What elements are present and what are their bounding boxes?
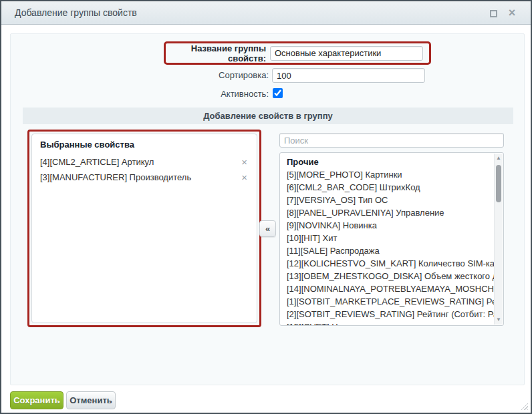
name-label: Название группы свойств: xyxy=(166,43,266,63)
maximize-icon[interactable] xyxy=(490,10,497,17)
available-property-row[interactable]: [7][VERSIYA_OS] Тип ОС xyxy=(287,194,494,206)
remove-property-icon[interactable]: × xyxy=(240,170,249,185)
available-property-row[interactable]: [1][SOTBIT_MARKETPLACE_REVIEWS_RATING] Р… xyxy=(287,295,494,308)
selected-property-row[interactable]: [3][MANUFACTURER] Производитель× xyxy=(40,170,249,185)
available-group-header: Прочие xyxy=(287,156,494,168)
selected-property-row[interactable]: [4][CML2_ARTICLE] Артикул× xyxy=(40,154,249,170)
available-property-row[interactable]: [2][SOTBIT_REVIEWS_RATING] Рейтинг (Сотб… xyxy=(287,308,494,321)
cancel-button[interactable]: Отменить xyxy=(66,391,116,409)
available-property-row[interactable]: [5][MORE_PHOTO] Картинки xyxy=(287,168,494,181)
activity-label: Активность: xyxy=(78,87,269,101)
selected-property-label: [4][CML2_ARTICLE] Артикул xyxy=(40,154,240,170)
section-header: Добавление свойств в группу xyxy=(23,108,513,124)
available-property-row[interactable]: [14][NOMINALNAYA_POTREBLYAEMAYA_MOSHCHNO… xyxy=(287,282,494,295)
scroll-down-icon[interactable]: ▼ xyxy=(495,316,503,324)
name-row-annotation: Название группы свойств: xyxy=(164,41,431,65)
available-properties-list: Прочие [5][MORE_PHOTO] Картинки[6][CML2_… xyxy=(280,153,494,325)
available-property-row[interactable]: [12][KOLICHESTVO_SIM_KART] Количество SI… xyxy=(287,257,494,270)
search-input[interactable] xyxy=(279,133,504,148)
resize-grip-icon[interactable] xyxy=(519,401,528,410)
available-property-row[interactable]: [15][CVET] Цвет xyxy=(287,321,494,325)
form-panel: Название группы свойств: Сортировка: Акт… xyxy=(10,33,525,385)
add-property-group-dialog: Добавление группы свойств × Название гру… xyxy=(0,0,532,414)
dialog-title: Добавление группы свойств xyxy=(15,1,137,25)
available-property-row[interactable]: [11][SALE] Распродажа xyxy=(287,244,494,257)
scrollbar-thumb[interactable] xyxy=(496,165,501,202)
name-input[interactable] xyxy=(270,46,423,61)
remove-property-icon[interactable]: × xyxy=(240,154,249,170)
selected-panel-annotation: Выбранные свойства [4][CML2_ARTICLE] Арт… xyxy=(27,130,261,327)
available-property-row[interactable]: [10][HIT] Хит xyxy=(287,232,494,244)
close-icon[interactable]: × xyxy=(506,5,518,21)
available-property-row[interactable]: [6][CML2_BAR_CODE] ШтрихКод xyxy=(287,181,494,194)
selected-property-label: [3][MANUFACTURER] Производитель xyxy=(40,170,240,185)
scroll-up-icon[interactable]: ▲ xyxy=(495,154,503,162)
activity-checkbox[interactable] xyxy=(273,88,283,98)
move-left-button[interactable]: « xyxy=(259,220,276,237)
sort-input[interactable] xyxy=(272,68,425,83)
available-property-row[interactable]: [8][PANEL_UPRAVLENIYA] Управление xyxy=(287,206,494,219)
sort-label: Сортировка: xyxy=(78,68,269,83)
available-properties-box: Прочие [5][MORE_PHOTO] Картинки[6][CML2_… xyxy=(279,152,504,326)
save-button[interactable]: Сохранить xyxy=(10,391,63,409)
selected-properties-header: Выбранные свойства xyxy=(40,140,249,150)
selected-properties-box: Выбранные свойства [4][CML2_ARTICLE] Арт… xyxy=(31,134,257,323)
selected-properties-list: [4][CML2_ARTICLE] Артикул×[3][MANUFACTUR… xyxy=(40,154,249,185)
available-property-row[interactable]: [9][NOVINKA] Новинка xyxy=(287,219,494,232)
available-property-row[interactable]: [13][OBEM_ZHESTKOGO_DISKA] Объем жестког… xyxy=(287,270,494,282)
scrollbar[interactable]: ▲ ▼ xyxy=(494,154,503,325)
dialog-titlebar: Добавление группы свойств × xyxy=(1,1,531,25)
